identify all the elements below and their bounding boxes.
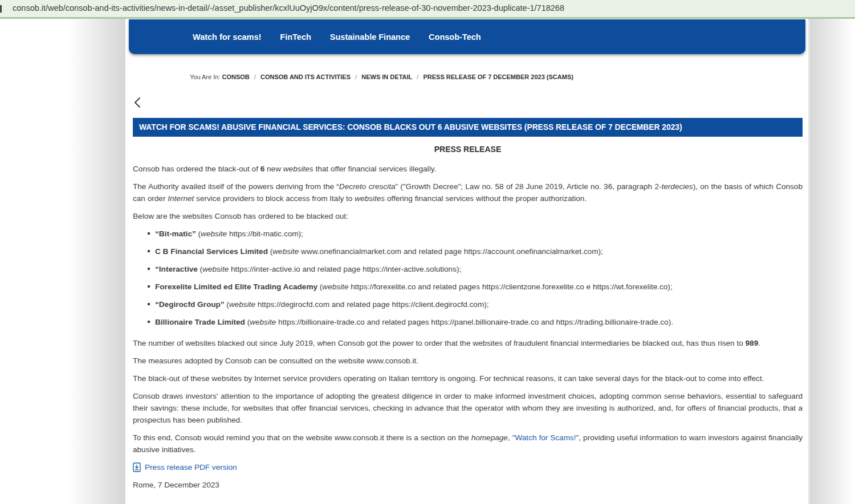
text-segment: that offer financial services illegally. xyxy=(314,165,437,173)
text-segment: ( xyxy=(198,265,202,273)
paragraph: The Authority availed itself of the powe… xyxy=(133,181,803,204)
text-segment: Below are the websites Consob has ordere… xyxy=(133,212,348,220)
watch-for-scams-link[interactable]: "Watch for Scams!" xyxy=(512,433,579,442)
text-segment: The number of websites blacked out since… xyxy=(133,339,746,347)
text-segment: https://billionaire-trade.co and related… xyxy=(276,318,673,326)
breadcrumb-item-consob[interactable]: CONSOB xyxy=(222,73,249,80)
text-segment: website xyxy=(272,247,299,256)
text-segment: The measures adopted by Consob can be co… xyxy=(133,357,418,365)
paragraph: The measures adopted by Consob can be co… xyxy=(133,355,803,367)
breadcrumb-separator: / xyxy=(355,73,357,80)
text-segment: terdecies xyxy=(661,182,693,191)
text-segment: https://inter-active.io and related page… xyxy=(229,265,461,273)
article-body: PRESS RELEASE Consob has ordered the bla… xyxy=(133,144,803,497)
list-item: C B Financial Services Limited (website … xyxy=(155,245,803,257)
nav-item-fintech[interactable]: FinTech xyxy=(280,32,311,42)
text-segment: “Degirocfd Group” xyxy=(155,300,225,309)
text-segment: ( xyxy=(225,300,229,309)
list-item: “Degirocfd Group” (website https://degir… xyxy=(155,298,803,310)
text-segment: The black-out of these websites by Inter… xyxy=(133,374,764,383)
text-segment: website xyxy=(201,230,227,238)
text-segment: website xyxy=(229,300,255,309)
paragraph: The black-out of these websites by Inter… xyxy=(133,372,803,384)
nav-item-consob-tech[interactable]: Consob-Tech xyxy=(429,32,481,42)
breadcrumb: You Are In: CONSOB / CONSOB AND ITS ACTI… xyxy=(190,73,573,80)
breadcrumb-prefix: You Are In: xyxy=(190,73,220,80)
blacked-out-websites-list: “Bit-matic” (website https://bit-matic.c… xyxy=(133,228,803,328)
breadcrumb-item-news-in-detail[interactable]: NEWS IN DETAIL xyxy=(361,73,412,80)
breadcrumb-separator: / xyxy=(254,73,256,80)
text-segment: To this end, Consob would remind you tha… xyxy=(133,433,471,442)
text-segment: website xyxy=(202,265,229,273)
text-segment: C B Financial Services Limited xyxy=(155,247,268,256)
browser-url-bar[interactable]: consob.it/web/consob-and-its-activities/… xyxy=(0,0,855,19)
page-shadow-left xyxy=(68,19,125,504)
pdf-download-icon xyxy=(133,462,141,472)
text-segment: https://degirocfd.com and related page h… xyxy=(255,300,489,309)
page-content-area: Watch for scams! FinTech Sustainable Fin… xyxy=(125,19,809,504)
text-segment: ( xyxy=(268,247,272,256)
text-segment: www.onefinancialmarket.com and related p… xyxy=(299,247,602,256)
article-title-banner: WATCH FOR SCAMS! ABUSIVE FINANCIAL SERVI… xyxy=(133,118,803,137)
breadcrumb-separator: / xyxy=(417,73,418,80)
text-segment: Consob draws investors' attention to the… xyxy=(133,392,803,424)
text-segment: https://forexelite.co and related pages … xyxy=(348,282,672,291)
text-segment: Internet xyxy=(168,194,194,203)
paragraph: Consob has ordered the black-out of 6 ne… xyxy=(133,163,803,175)
text-segment: . xyxy=(758,339,760,347)
paragraph: Consob draws investors' attention to the… xyxy=(133,390,803,426)
text-segment: offering financial services without the … xyxy=(385,194,587,203)
list-item: Forexelite Limited ed Elite Trading Acad… xyxy=(155,281,803,293)
breadcrumb-item-current: PRESS RELEASE OF 7 DECEMBER 2023 (SCAMS) xyxy=(423,73,573,80)
text-segment: 989 xyxy=(746,339,759,347)
dateline: Rome, 7 December 2023 xyxy=(133,479,803,491)
text-segment: service providers to block access from I… xyxy=(194,194,355,203)
text-segment: ” ("Growth Decree"; Law no. 58 of 28 Jun… xyxy=(395,182,661,191)
pdf-link[interactable]: Press release PDF version xyxy=(145,461,237,473)
text-segment: , xyxy=(508,433,512,442)
text-segment: “Interactive xyxy=(155,265,198,273)
text-segment: website xyxy=(250,318,276,326)
pdf-link-row: Press release PDF version xyxy=(133,461,803,473)
text-segment: websites xyxy=(283,165,314,173)
press-release-heading: PRESS RELEASE xyxy=(133,144,803,155)
text-segment: Decreto crescita xyxy=(339,182,396,191)
text-segment: Forexelite Limited ed Elite Trading Acad… xyxy=(155,282,317,291)
text-segment: https://bit-matic.com); xyxy=(227,230,303,238)
paragraph: Below are the websites Consob has ordere… xyxy=(133,210,803,222)
main-navbar: Watch for scams! FinTech Sustainable Fin… xyxy=(129,19,805,54)
text-segment: Billionaire Trade Limited xyxy=(155,318,245,326)
text-segment: homepage xyxy=(471,433,508,442)
text-segment: new xyxy=(264,165,283,173)
text-segment: The Authority availed itself of the powe… xyxy=(133,182,339,191)
chevron-left-icon xyxy=(133,97,142,108)
text-segment: “Bit-matic” xyxy=(155,230,196,238)
page-url[interactable]: consob.it/web/consob-and-its-activities/… xyxy=(13,3,564,13)
nav-item-watch-for-scams[interactable]: Watch for scams! xyxy=(193,32,261,42)
back-button[interactable] xyxy=(133,97,144,109)
text-segment: websites xyxy=(355,194,385,203)
text-segment: ( xyxy=(245,318,250,326)
nav-item-sustainable-finance[interactable]: Sustainable Finance xyxy=(330,32,410,42)
text-segment: ( xyxy=(196,230,201,238)
list-item: “Bit-matic” (website https://bit-matic.c… xyxy=(155,228,803,240)
page-shadow-right xyxy=(809,19,854,504)
breadcrumb-item-activities[interactable]: CONSOB AND ITS ACTIVITIES xyxy=(260,73,351,80)
favicon-fragment-icon xyxy=(0,5,2,13)
paragraph: The number of websites blacked out since… xyxy=(133,337,803,349)
list-item: Billionaire Trade Limited (website https… xyxy=(155,316,803,328)
text-segment: Consob has ordered the black-out of xyxy=(133,165,260,173)
list-item: “Interactive (website https://inter-acti… xyxy=(155,263,803,275)
paragraph: To this end, Consob would remind you tha… xyxy=(133,432,803,456)
text-segment: website xyxy=(322,282,348,291)
